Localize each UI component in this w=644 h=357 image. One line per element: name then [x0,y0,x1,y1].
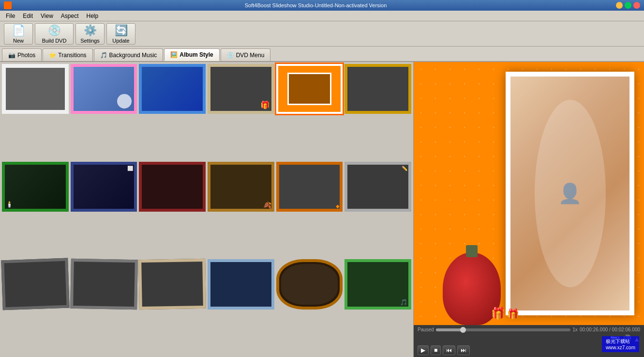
menu-aspect[interactable]: Aspect [57,12,83,20]
build-dvd-icon: 💿 [48,24,61,37]
progress-thumb [460,327,466,333]
play-button[interactable]: ▶ [418,345,429,355]
speed-label: 1x [572,327,578,332]
style-thumb-7[interactable]: 🕯️ [2,162,69,212]
tab-album-style[interactable]: 🖼️ Album Style [164,48,219,61]
preview-photo-frame: 👤 [506,72,634,315]
dvd-menu-tab-label: DVD Menu [236,52,265,59]
app-title: Soft4Boost Slideshow Studio-Untitled-Non… [15,2,616,8]
style-thumb-14[interactable] [70,259,137,310]
new-label: New [13,38,24,44]
tab-background-music[interactable]: 🎵 Background Music [94,48,164,61]
tab-bar: 📷 Photos ⭐ Transitions 🎵 Background Musi… [0,47,644,62]
style-thumb-1[interactable] [2,64,69,114]
style-thumb-3[interactable] [139,64,206,114]
new-button[interactable]: 📄 New [4,23,33,45]
tab-dvd-menu[interactable]: 💿 DVD Menu [221,48,271,61]
stop-button[interactable]: ■ [431,345,441,355]
style-thumb-2[interactable] [71,64,137,114]
maximize-button[interactable] [625,2,631,9]
update-button[interactable]: 🔄 Update [106,23,135,45]
watermark: 极光下载站 www.xz7.com [602,336,639,352]
settings-button[interactable]: ⚙️ Settings [75,23,105,45]
main-toolbar: 📄 New 💿 Build DVD ⚙️ Settings 🔄 Update [0,21,644,47]
progress-track[interactable] [436,328,570,331]
style-thumb-11[interactable]: ◆ [276,162,343,212]
style-thumb-9[interactable] [139,162,206,212]
menu-help[interactable]: Help [83,12,103,20]
style-thumb-15[interactable] [138,259,206,310]
music-tab-label: Background Music [109,52,157,59]
build-dvd-button[interactable]: 💿 Build DVD [35,23,74,45]
style-thumb-4[interactable]: 🎁 [208,64,274,114]
progress-area: Paused 1x 00:00:26.000 / 00:02:06.000 [418,327,640,332]
style-thumb-16[interactable] [208,259,274,309]
photos-tab-label: Photos [17,52,35,59]
style-thumb-5[interactable] [276,64,343,114]
minimize-button[interactable] [616,2,623,9]
styles-grid-panel: 🎁 🕯️ ⬜ 🍂 ◆ ✏️ [0,62,414,357]
app-icon [4,1,12,9]
album-style-tab-icon: 🖼️ [170,51,178,58]
settings-label: Settings [80,38,100,44]
style-thumb-17[interactable] [276,259,343,309]
album-styles-grid: 🎁 🕯️ ⬜ 🍂 ◆ ✏️ [0,62,413,357]
next-button[interactable]: ⏭ [457,345,470,355]
style-thumb-6[interactable] [344,64,411,114]
window-controls [616,2,640,9]
menu-bar: File Edit View Aspect Help [0,11,644,21]
prev-button[interactable]: ⏮ [443,345,455,355]
main-area: 🎁 🕯️ ⬜ 🍂 ◆ ✏️ [0,62,644,357]
progress-fill [436,328,463,331]
tab-transitions[interactable]: ⭐ Transitions [43,48,92,61]
photos-tab-icon: 📷 [8,52,15,59]
time-display: 00:00:26.000 / 00:02:06.000 [580,327,640,332]
transitions-tab-icon: ⭐ [49,52,56,59]
title-bar: Soft4Boost Slideshow Studio-Untitled-Non… [0,0,644,11]
preview-panel: 👤 🎁 🎁 [414,62,644,357]
update-label: Update [112,38,129,44]
new-icon: 📄 [12,24,25,37]
music-tab-icon: 🎵 [100,52,107,59]
style-thumb-13[interactable] [1,258,69,310]
style-thumb-8[interactable]: ⬜ [71,162,137,212]
style-thumb-12[interactable]: ✏️ [344,162,411,212]
dvd-menu-tab-icon: 💿 [227,52,234,59]
tab-photos[interactable]: 📷 Photos [2,48,42,61]
preview-background: 👤 🎁 🎁 [414,62,644,325]
style-thumb-10[interactable]: 🍂 [208,162,274,212]
style-thumb-18[interactable]: 🎵 [344,259,411,309]
menu-view[interactable]: View [37,12,57,20]
close-button[interactable] [633,2,640,9]
gift-decoration: 🎁 🎁 [491,307,519,320]
paused-label: Paused [418,327,434,332]
transitions-tab-label: Transitions [58,52,86,59]
preview-display: 👤 🎁 🎁 [414,62,644,325]
update-icon: 🔄 [115,24,128,37]
settings-icon: ⚙️ [84,24,97,37]
album-style-tab-label: Album Style [180,51,213,58]
build-dvd-label: Build DVD [42,38,67,44]
menu-file[interactable]: File [2,12,19,20]
menu-edit[interactable]: Edit [19,12,37,20]
